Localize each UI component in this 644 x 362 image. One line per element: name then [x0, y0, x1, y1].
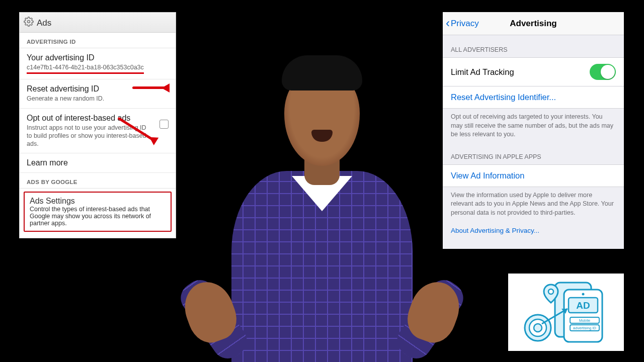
nav-title: Advertising	[510, 19, 557, 29]
svg-point-0	[28, 21, 30, 23]
presenter-figure	[191, 50, 453, 362]
optout-footer: Opt out of receiving ads targeted to you…	[443, 108, 624, 142]
chevron-left-icon: ‹	[446, 23, 450, 24]
row-reset-ad-id[interactable]: Reset advertising ID Generate a new rand…	[20, 79, 176, 108]
group-apple-apps: ADVERTISING IN APPLE APPS	[443, 142, 624, 164]
reset-sub: Generate a new random ID.	[27, 95, 169, 103]
row-opt-out[interactable]: Opt out of interest-based ads Instruct a…	[20, 109, 176, 154]
row-ads-settings[interactable]: Ads Settings Control the types of intere…	[24, 192, 172, 232]
section-advertising-id: ADVERTISING ID	[20, 33, 176, 48]
optout-checkbox[interactable]	[159, 120, 169, 129]
group-all-advertisers: ALL ADVERTISERS	[443, 35, 624, 57]
cell-limit-ad-tracking[interactable]: Limit Ad Tracking	[443, 57, 624, 86]
view-ad-info-footer: View the information used by Apple to de…	[443, 187, 624, 221]
tag2: advertising ID	[573, 326, 596, 330]
ads-settings-sub: Control the types of interest-based ads …	[30, 206, 166, 227]
your-ad-id-label: Your advertising ID	[27, 53, 169, 62]
ios-navbar: ‹ Privacy Advertising	[443, 12, 624, 35]
svg-point-10	[534, 324, 542, 332]
view-ad-info-label: View Ad Information	[451, 171, 524, 180]
limit-tracking-label: Limit Ad Tracking	[451, 67, 514, 77]
cell-view-ad-info[interactable]: View Ad Information	[443, 164, 624, 187]
back-button[interactable]: ‹ Privacy	[446, 12, 479, 35]
optout-sub: Instruct apps not to use your advertisin…	[27, 124, 146, 148]
android-titlebar: Ads	[20, 13, 176, 33]
ads-settings-label: Ads Settings	[30, 197, 166, 206]
optout-label: Opt out of interest-based ads	[27, 114, 169, 123]
reset-identifier-label: Reset Advertising Identifier...	[451, 93, 556, 102]
ad-text: AD	[576, 300, 590, 311]
row-your-ad-id[interactable]: Your advertising ID c14e7fb1-4476-4b21-b…	[20, 48, 176, 79]
android-title: Ads	[37, 18, 51, 28]
learn-more-label: Learn more	[27, 158, 169, 167]
your-ad-id-value: c14e7fb1-4476-4b21-ba18-063c353c0a3c	[27, 63, 144, 74]
back-label: Privacy	[451, 19, 479, 29]
reset-label: Reset advertising ID	[27, 84, 169, 94]
section-ads-by-google: ADS BY GOOGLE	[20, 173, 176, 189]
android-ads-panel: Ads ADVERTISING ID Your advertising ID c…	[19, 12, 176, 238]
tag1: Mobile	[579, 318, 590, 323]
mobile-ad-illustration: AD Mobile advertising ID	[508, 274, 624, 351]
svg-point-3	[582, 293, 585, 296]
ios-advertising-panel: ‹ Privacy Advertising ALL ADVERTISERS Li…	[443, 12, 624, 249]
limit-tracking-toggle[interactable]	[590, 64, 616, 80]
gear-icon	[24, 17, 34, 29]
cell-reset-identifier[interactable]: Reset Advertising Identifier...	[443, 86, 624, 109]
about-advertising-link[interactable]: About Advertising & Privacy...	[443, 220, 624, 249]
row-learn-more[interactable]: Learn more	[20, 153, 176, 173]
svg-point-7	[548, 289, 553, 294]
